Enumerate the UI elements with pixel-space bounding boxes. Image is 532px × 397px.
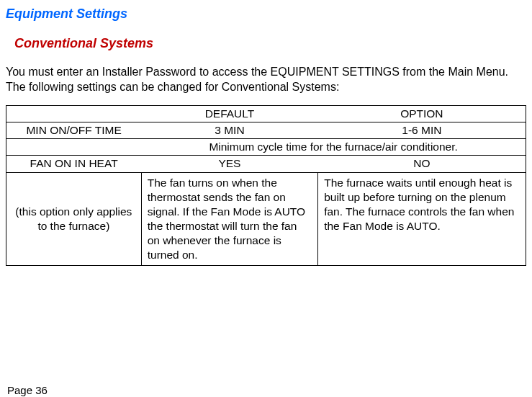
fanonheat-default: YES bbox=[141, 156, 317, 172]
header-default: DEFAULT bbox=[141, 105, 317, 122]
header-option: OPTION bbox=[318, 105, 526, 122]
row-fan-on-heat: FAN ON IN HEAT YES NO bbox=[6, 156, 526, 172]
fanonheat-label: FAN ON IN HEAT bbox=[6, 156, 142, 172]
row-fan-detail: (this option only applies to the furnace… bbox=[6, 172, 526, 266]
mincycle-blank bbox=[6, 139, 142, 156]
minonoff-option: 1-6 MIN bbox=[318, 122, 526, 139]
mincycle-desc: Minimum cycle time for the furnace/air c… bbox=[141, 139, 526, 156]
minonoff-label: MIN ON/OFF TIME bbox=[6, 122, 142, 139]
intro-paragraph: You must enter an Installer Password to … bbox=[6, 64, 526, 95]
main-heading: Equipment Settings bbox=[6, 6, 526, 22]
fan-yes-desc: The fan turns on when the thermostat sen… bbox=[141, 172, 317, 266]
header-blank bbox=[6, 105, 142, 122]
fan-note: (this option only applies to the furnace… bbox=[6, 172, 142, 266]
table-header-row: DEFAULT OPTION bbox=[6, 105, 526, 122]
fan-no-desc: The furnace waits until enough heat is b… bbox=[318, 172, 526, 266]
sub-heading: Conventional Systems bbox=[14, 35, 526, 52]
row-min-cycle-desc: Minimum cycle time for the furnace/air c… bbox=[6, 139, 526, 156]
minonoff-default: 3 MIN bbox=[141, 122, 317, 139]
fanonheat-option: NO bbox=[318, 156, 526, 172]
page-number: Page 36 bbox=[7, 383, 48, 398]
row-min-onoff: MIN ON/OFF TIME 3 MIN 1-6 MIN bbox=[6, 122, 526, 139]
settings-table: DEFAULT OPTION MIN ON/OFF TIME 3 MIN 1-6… bbox=[6, 105, 526, 266]
